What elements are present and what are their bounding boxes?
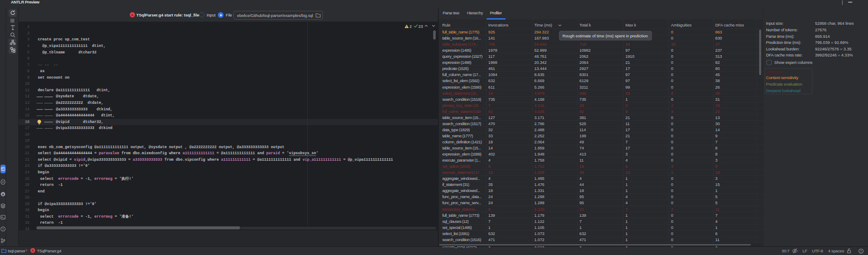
svg-text:A: A (32, 248, 34, 252)
svg-text:A: A (2, 193, 4, 196)
svg-text:A: A (131, 13, 134, 17)
